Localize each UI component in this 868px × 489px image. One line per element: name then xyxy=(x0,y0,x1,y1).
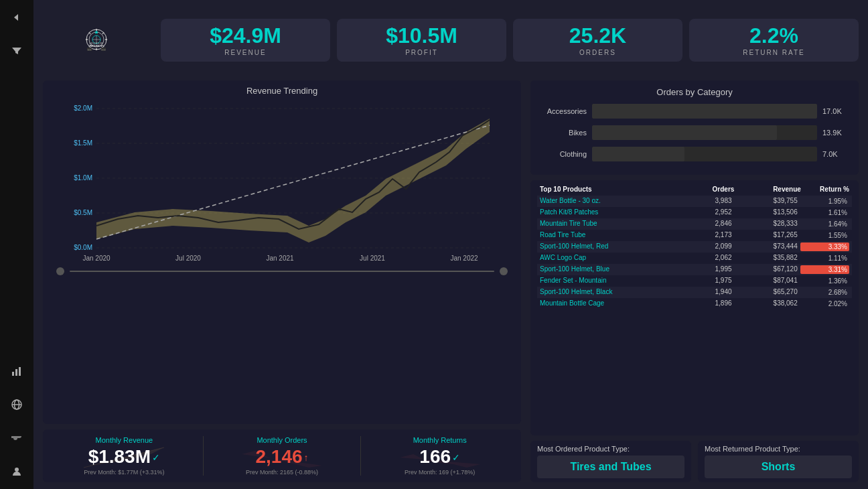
col-product: Top 10 Products xyxy=(540,186,677,193)
td-return-pct: 1.11% xyxy=(800,254,849,263)
svg-rect-1 xyxy=(15,369,17,376)
logo-svg: ADVENTURE WORKS BIKE SHOP xyxy=(70,20,123,60)
svg-text:$0.0M: $0.0M xyxy=(74,244,92,251)
td-return-pct: 1.64% xyxy=(800,220,849,228)
td-return-pct: 1.95% xyxy=(800,197,849,206)
td-return-pct: 1.55% xyxy=(800,231,849,240)
table-row: AWC Logo Cap 2,062 $35,882 1.11% xyxy=(537,253,852,264)
content-area: Revenue Trending $2.0M $1.5M $1.0M $0.5M… xyxy=(43,80,859,482)
user-icon[interactable] xyxy=(6,461,27,482)
svg-rect-2 xyxy=(19,367,21,376)
header: ADVENTURE WORKS BIKE SHOP $24.9M REVENUE… xyxy=(43,7,859,74)
td-product: AWC Logo Cap xyxy=(540,254,675,263)
bar-fill-clothing xyxy=(592,147,684,161)
bar-track-clothing xyxy=(592,147,817,161)
td-revenue: $39,755 xyxy=(735,197,798,206)
table-row: Road Tire Tube 2,173 $17,265 1.55% xyxy=(537,230,852,241)
svg-text:$1.5M: $1.5M xyxy=(74,139,92,147)
chart-title: Revenue Trending xyxy=(51,86,513,96)
bar-track-accessories xyxy=(592,104,817,119)
svg-point-6 xyxy=(15,468,19,472)
kpi-return-rate-label: RETURN RATE xyxy=(743,49,804,56)
td-revenue: $17,265 xyxy=(735,231,798,240)
filter-icon[interactable] xyxy=(6,40,27,62)
orders-by-category: Orders by Category Accessories 17.0K Bik… xyxy=(530,80,859,175)
slider-right-handle[interactable] xyxy=(500,267,508,275)
glasses-icon[interactable] xyxy=(6,427,27,449)
metric-returns-value: 166 xyxy=(419,447,451,468)
td-return-pct: 1.36% xyxy=(800,277,849,285)
col-orders: Orders xyxy=(680,186,735,193)
most-returned-label: Most Returned Product Type: xyxy=(705,445,852,453)
slider-track[interactable] xyxy=(70,271,494,272)
globe-icon[interactable] xyxy=(6,394,27,415)
most-returned-value: Shorts xyxy=(705,456,852,478)
kpi-profit-label: PROFIT xyxy=(405,49,438,56)
bar-fill-accessories xyxy=(592,104,817,119)
td-product: Fender Set - Mountain xyxy=(540,277,675,285)
kpi-revenue: $24.9M REVENUE xyxy=(161,19,330,62)
logo-area: ADVENTURE WORKS BIKE SHOP xyxy=(43,20,150,60)
td-return-pct: 1.61% xyxy=(800,208,849,217)
metric-monthly-returns: Monthly Returns 166 ✓ Prev Month: 169 (+… xyxy=(369,436,510,476)
td-revenue: $38,062 xyxy=(735,299,798,308)
td-orders: 2,062 xyxy=(678,254,732,263)
chart-icon[interactable] xyxy=(6,360,27,382)
col-return: Return % xyxy=(804,186,849,193)
back-icon[interactable] xyxy=(6,7,27,28)
svg-text:Jan 2020: Jan 2020 xyxy=(82,255,111,262)
svg-text:Jan 2021: Jan 2021 xyxy=(266,255,294,262)
td-product: Mountain Bottle Cage xyxy=(540,299,675,308)
most-ordered-label: Most Ordered Product Type: xyxy=(537,445,684,453)
td-revenue: $35,882 xyxy=(735,254,798,263)
td-orders: 2,099 xyxy=(678,242,732,251)
td-return-pct: 3.31% xyxy=(800,265,849,274)
svg-text:WORKS: WORKS xyxy=(90,44,102,48)
sidebar xyxy=(0,0,33,489)
metric-orders-title: Monthly Orders xyxy=(212,436,353,444)
metric-returns-title: Monthly Returns xyxy=(369,436,510,444)
kpi-orders: 25.2K ORDERS xyxy=(513,19,682,62)
slider-left-handle[interactable] xyxy=(56,267,64,275)
bar-row-clothing: Clothing 7.0K xyxy=(540,147,849,161)
col-revenue: Revenue xyxy=(737,186,800,193)
svg-line-14 xyxy=(102,45,104,47)
bar-value-accessories: 17.0K xyxy=(822,107,849,115)
metric-revenue-title: Monthly Revenue xyxy=(54,436,195,444)
svg-line-13 xyxy=(89,32,90,34)
chart-container: $2.0M $1.5M $1.0M $0.5M $0.0M xyxy=(51,98,513,266)
table-row: Sport-100 Helmet, Black 1,940 $65,270 2.… xyxy=(537,287,852,298)
td-return-pct: 3.33% xyxy=(800,242,849,251)
kpi-profit: $10.5M PROFIT xyxy=(337,19,506,62)
svg-text:Jul 2021: Jul 2021 xyxy=(360,255,385,262)
td-orders: 1,896 xyxy=(678,299,732,308)
table-row: Mountain Bottle Cage 1,896 $38,062 2.02% xyxy=(537,298,852,309)
metric-revenue-value: $1.83M xyxy=(88,447,151,468)
svg-text:BIKE: BIKE xyxy=(88,49,92,51)
bar-value-clothing: 7.0K xyxy=(822,150,849,158)
confidence-band xyxy=(96,119,490,242)
svg-marker-20 xyxy=(94,30,98,34)
table-body: Water Bottle - 30 oz. 3,983 $39,755 1.95… xyxy=(537,196,852,309)
revenue-chart-svg: $2.0M $1.5M $1.0M $0.5M $0.0M xyxy=(51,98,513,266)
td-revenue: $87,041 xyxy=(735,277,798,285)
left-panel: Revenue Trending $2.0M $1.5M $1.0M $0.5M… xyxy=(43,80,521,482)
metric-orders-value: 2,146 xyxy=(255,447,302,468)
svg-text:Jul 2020: Jul 2020 xyxy=(175,255,201,262)
td-product: Sport-100 Helmet, Red xyxy=(540,242,675,251)
kpi-revenue-label: REVENUE xyxy=(224,49,266,56)
bar-track-bikes xyxy=(592,125,817,140)
date-slider[interactable] xyxy=(51,266,513,277)
svg-text:Jan 2022: Jan 2022 xyxy=(450,255,478,262)
top-products-table: Top 10 Products Orders Revenue Return % … xyxy=(530,180,859,435)
td-revenue: $28,333 xyxy=(735,220,798,228)
bar-label-accessories: Accessories xyxy=(540,107,587,115)
bar-label-bikes: Bikes xyxy=(540,129,587,137)
svg-line-15 xyxy=(102,32,104,34)
bar-row-bikes: Bikes 13.9K xyxy=(540,125,849,140)
product-types: Most Ordered Product Type: Tires and Tub… xyxy=(530,441,859,482)
kpi-cards: $24.9M REVENUE $10.5M PROFIT 25.2K ORDER… xyxy=(161,19,859,62)
td-product: Water Bottle - 30 oz. xyxy=(540,197,675,206)
table-header: Top 10 Products Orders Revenue Return % xyxy=(537,186,852,193)
svg-rect-0 xyxy=(12,372,14,376)
